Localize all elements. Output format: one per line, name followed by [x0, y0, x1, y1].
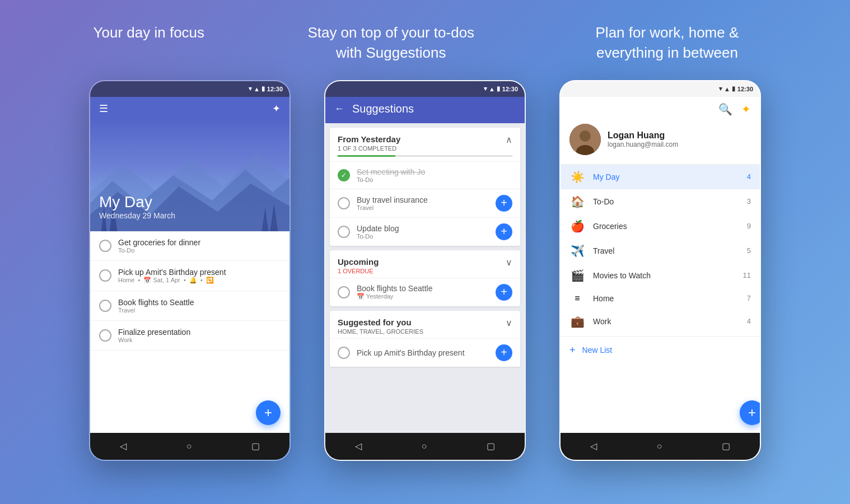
chevron-down-icon[interactable]: ∨ [506, 257, 512, 268]
add-list-fab[interactable]: + [740, 400, 761, 425]
task-checkbox-5[interactable] [338, 347, 350, 359]
svg-point-8 [580, 130, 591, 142]
task-checkbox[interactable] [99, 300, 111, 312]
new-list-plus-icon: + [569, 344, 576, 356]
recents-nav-btn-3[interactable]: ▢ [722, 441, 730, 451]
card-header-yesterday[interactable]: From Yesterday 1 OF 3 COMPLETED ∧ [330, 128, 520, 155]
phone1-task-list: Get groceries for dinner To-Do Pick up A… [90, 231, 289, 433]
phone2-body: From Yesterday 1 OF 3 COMPLETED ∧ ✓ Set … [325, 123, 525, 433]
back-nav-btn-2[interactable]: ◁ [355, 441, 362, 451]
task-checkbox[interactable] [99, 240, 111, 252]
task-item-flights[interactable]: Book flights to Seattle Travel [90, 291, 289, 321]
back-nav-btn[interactable]: ◁ [120, 441, 127, 451]
wifi-icon: ▾ [249, 85, 252, 92]
task-checkbox-2[interactable] [338, 197, 350, 209]
chevron-up-icon[interactable]: ∧ [506, 134, 512, 145]
wifi-icon-3: ▾ [719, 85, 722, 92]
user-avatar [569, 124, 601, 155]
myday-date: Wednesday 29 March [99, 211, 175, 220]
status-bar-1: ▾ ▲ ▮ 12:30 [90, 81, 289, 97]
suggestions-card-upcoming: Upcoming 1 OVERDUE ∨ Book flights to Sea… [330, 250, 520, 306]
list-item-todo[interactable]: 🏠 To-Do 3 [561, 189, 760, 214]
taglines-row: Your day in focus Stay on top of your to… [0, 0, 850, 80]
myday-list-icon: ☀️ [569, 170, 585, 184]
list-item-myday[interactable]: ☀️ My Day 4 [561, 165, 760, 189]
todo-list-icon: 🏠 [569, 195, 585, 208]
travel-list-icon: ✈️ [569, 244, 585, 258]
signal-icon: ▲ [254, 86, 260, 92]
list-item-work[interactable]: 💼 Work 4 [561, 309, 760, 334]
suggestions-card-yesterday: From Yesterday 1 OF 3 COMPLETED ∧ ✓ Set … [330, 128, 520, 246]
task-checkbox-4[interactable] [338, 286, 350, 298]
movies-list-icon: 🎬 [569, 269, 585, 282]
task-checkbox[interactable] [99, 329, 111, 342]
suggestion-update-blog[interactable]: Update blog To-Do + [330, 217, 520, 246]
user-profile: Logan Huang logan.huang@mail.com [561, 124, 760, 165]
signal-icon-3: ▲ [724, 86, 730, 92]
phone-suggestions: ▾ ▲ ▮ 12:30 ← Suggestions From Yesterday… [324, 80, 526, 461]
add-task-fab[interactable]: + [256, 400, 281, 425]
list-item-travel[interactable]: ✈️ Travel 5 [561, 239, 760, 263]
list-divider [561, 336, 760, 337]
add-to-myday-btn-3[interactable]: + [496, 284, 512, 301]
card-header-upcoming[interactable]: Upcoming 1 OVERDUE ∨ [330, 250, 520, 278]
menu-icon[interactable]: ☰ [99, 102, 108, 115]
sun-icon-header[interactable]: ✦ [741, 102, 751, 116]
battery-icon-3: ▮ [732, 85, 735, 92]
recents-nav-btn[interactable]: ▢ [251, 441, 260, 451]
avatar-image [569, 124, 601, 155]
tagline-1: Your day in focus [94, 22, 205, 63]
home-nav-btn[interactable]: ○ [186, 441, 192, 451]
tagline-2: Stay on top of your to-dos with Suggesti… [301, 22, 480, 63]
work-list-icon: 💼 [569, 315, 585, 328]
progress-bar [338, 155, 512, 157]
phone1-hero: My Day Wednesday 29 March [90, 119, 289, 231]
status-time-1: 12:30 [267, 86, 283, 92]
phone-myday: ▾ ▲ ▮ 12:30 ☰ ✦ [89, 80, 291, 461]
phone1-title-area: My Day Wednesday 29 March [99, 193, 175, 220]
lists-container: ☀️ My Day 4 🏠 To-Do 3 🍎 Groceries 9 ✈️ T… [561, 165, 760, 433]
phone2-nav-bar: ◁ ○ ▢ [325, 433, 525, 460]
suggestion-birthday-present[interactable]: Pick up Amit's Birthday present + [330, 338, 520, 367]
suggestion-set-meeting[interactable]: ✓ Set meeting with Jo To-Do [330, 161, 520, 189]
task-item-presentation[interactable]: Finalize presentation Work [90, 321, 289, 351]
battery-icon-2: ▮ [497, 85, 500, 92]
groceries-list-icon: 🍎 [569, 220, 585, 233]
status-time-2: 12:30 [502, 86, 518, 92]
myday-title: My Day [99, 193, 175, 211]
phone3-app-header: 🔍 ✦ [561, 97, 760, 124]
brightness-icon[interactable]: ✦ [272, 102, 281, 115]
user-email: logan.huang@mail.com [608, 141, 678, 148]
list-item-home[interactable]: ≡ Home 7 [561, 288, 760, 309]
task-checkbox[interactable] [99, 269, 111, 282]
suggestion-book-flights[interactable]: Book flights to Seattle 📅 Yesterday + [330, 278, 520, 306]
task-checkbox-3[interactable] [338, 226, 350, 238]
avatar-svg [569, 124, 601, 155]
add-to-myday-btn-2[interactable]: + [496, 223, 512, 240]
task-item-birthday[interactable]: Pick up Amit's Birthday present Home • 📅… [90, 261, 289, 291]
back-nav-btn-3[interactable]: ◁ [590, 441, 597, 451]
phone1-toolbar: ☰ ✦ [99, 102, 281, 119]
completed-checkbox[interactable]: ✓ [338, 169, 350, 181]
home-nav-btn-2[interactable]: ○ [422, 441, 427, 451]
add-to-myday-btn[interactable]: + [496, 195, 512, 212]
list-item-movies[interactable]: 🎬 Movies to Watch 11 [561, 263, 760, 288]
new-list-button[interactable]: + New List [561, 339, 760, 362]
card-header-suggested[interactable]: Suggested for you HOME, TRAVEL, GROCERIE… [330, 311, 520, 338]
back-button[interactable]: ← [334, 103, 344, 115]
phone1-app-header: ☰ ✦ [90, 97, 289, 119]
add-to-myday-btn-4[interactable]: + [496, 344, 512, 361]
search-icon[interactable]: 🔍 [718, 102, 732, 116]
chevron-down-icon-2[interactable]: ∨ [506, 318, 512, 328]
progress-fill [338, 155, 395, 157]
new-list-label: New List [582, 346, 613, 354]
suggestion-travel-insurance[interactable]: Buy travel insurance Travel + [330, 189, 520, 217]
recents-nav-btn-2[interactable]: ▢ [487, 441, 495, 451]
phone1-nav-bar: ◁ ○ ▢ [90, 433, 289, 460]
wifi-icon-2: ▾ [484, 85, 487, 92]
phones-row: ▾ ▲ ▮ 12:30 ☰ ✦ [0, 80, 850, 461]
list-item-groceries[interactable]: 🍎 Groceries 9 [561, 214, 760, 239]
home-nav-btn-3[interactable]: ○ [657, 441, 662, 451]
phone-lists: ▾ ▲ ▮ 12:30 🔍 ✦ [559, 80, 761, 461]
task-item-groceries[interactable]: Get groceries for dinner To-Do [90, 231, 289, 261]
